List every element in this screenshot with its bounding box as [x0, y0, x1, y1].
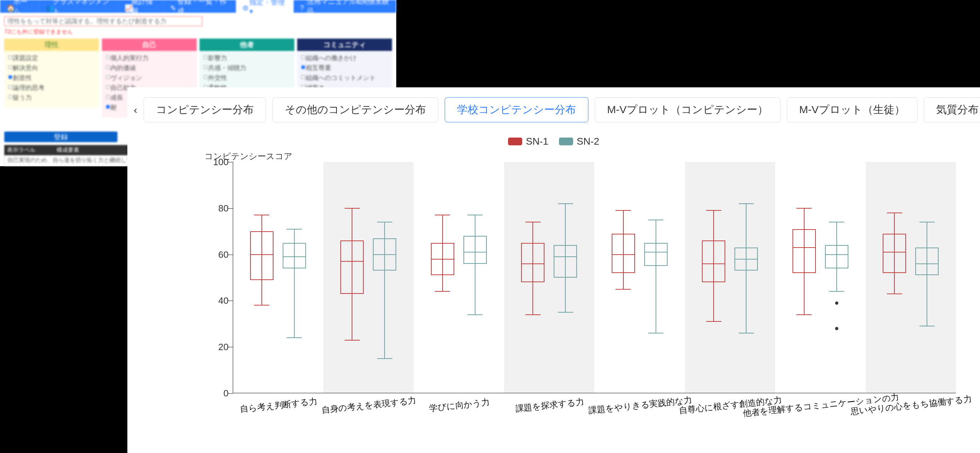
- chart-area: コンピテンシースコア 020406080100自ら考え判断する力自身の考えを表現…: [194, 153, 956, 425]
- tab-mv-plot-competency[interactable]: M-Vプロット（コンピテンシー）: [595, 97, 781, 122]
- nav-register-list[interactable]: ✎ 登録・一覧・作成: [164, 0, 236, 13]
- outlier-point: [835, 301, 838, 305]
- nav-label: 登録・一覧・作成: [177, 0, 229, 16]
- category-item[interactable]: 創造性: [8, 73, 95, 83]
- y-tick-label: 100: [210, 157, 229, 168]
- chart-legend: SN-1 SN-2: [130, 136, 977, 147]
- chart-panel: ‹ コンピテンシー分布 その他のコンピテンシー分布 学校コンピテンシー分布 M-…: [127, 87, 980, 453]
- th-components: 構成要素: [54, 145, 82, 155]
- nav-settings-manage[interactable]: ⚙ 指定・管理 ▾: [236, 0, 294, 13]
- category-col-reason: 理性 課題設定 解決意向 創造性 論理的思考 疑う力: [4, 38, 99, 118]
- y-axis-line: [233, 162, 233, 393]
- category-item[interactable]: 論理的思考: [8, 83, 95, 93]
- legend-swatch-icon: [559, 138, 573, 145]
- y-tick: [228, 393, 233, 394]
- boxplot-s1: [612, 162, 635, 393]
- category-header: 他者: [199, 38, 294, 51]
- boxplot-s1: [431, 162, 454, 393]
- home-icon: 🏠: [6, 4, 11, 9]
- y-tick: [228, 208, 233, 209]
- x-category-label: 自ら考え判断する力: [239, 396, 318, 415]
- outlier-point: [835, 327, 838, 330]
- x-category-label: 課題を探求する力: [515, 396, 584, 415]
- chart-icon: 📈: [124, 4, 129, 9]
- users-icon: 👥: [46, 4, 51, 9]
- gear-icon: ⚙: [242, 4, 247, 9]
- plot-area: 020406080100自ら考え判断する力自身の考えを表現する力学びに向かう力課…: [233, 162, 956, 393]
- category-item[interactable]: 解決意向: [8, 63, 95, 73]
- help-icon: ?: [300, 4, 305, 9]
- category-header: 自己: [102, 38, 197, 51]
- tabs-scroll-left[interactable]: ‹: [134, 105, 137, 115]
- nav-label: ホーム: [13, 0, 33, 16]
- boxplot-s2: [825, 162, 848, 393]
- category-item[interactable]: 影響力: [203, 53, 291, 63]
- plot-band: [685, 162, 775, 393]
- y-tick-label: 0: [210, 388, 229, 399]
- plot-band: [866, 162, 956, 393]
- y-tick: [228, 162, 233, 162]
- label-input[interactable]: [4, 16, 202, 26]
- legend-item-sn2[interactable]: SN-2: [559, 136, 599, 147]
- category-item[interactable]: 組織への働きかけ: [301, 53, 388, 63]
- legend-item-sn1[interactable]: SN-1: [508, 136, 548, 147]
- category-item[interactable]: ヴィジョン: [105, 73, 193, 83]
- tab-label: コンピテンシー分布: [156, 103, 254, 115]
- boxplot-s1: [250, 162, 274, 393]
- register-button[interactable]: 登録: [4, 132, 118, 142]
- y-tick-label: 80: [210, 203, 229, 214]
- nav-label: クラスマネジメント: [53, 0, 111, 16]
- category-item[interactable]: 内的価値: [105, 63, 193, 73]
- y-tick-label: 20: [210, 342, 229, 353]
- category-item[interactable]: 共感・傾聴力: [203, 63, 291, 73]
- category-item[interactable]: 疑う力: [8, 93, 95, 103]
- plot-band: [323, 162, 414, 393]
- tab-label: M-Vプロット（生徒）: [799, 103, 905, 115]
- boxplot-s2: [915, 162, 939, 393]
- category-body: 課題設定 解決意向 創造性 論理的思考 疑う力: [4, 51, 99, 108]
- category-item[interactable]: 外交性: [203, 73, 291, 83]
- nav-class-management[interactable]: 👥 クラスマネジメント: [39, 0, 118, 13]
- tab-school-competency-dist[interactable]: 学校コンピテンシー分布: [445, 97, 589, 122]
- boxplot-s2: [554, 162, 577, 393]
- boxplot-s2: [463, 162, 487, 393]
- plot-band: [504, 162, 595, 393]
- navbar: 🏠 ホーム 👥 クラスマネジメント 📈 統計情報 ✎ 登録・一覧・作成 ⚙ 指定…: [0, 0, 396, 13]
- boxplot-s2: [373, 162, 396, 393]
- category-item[interactable]: 相互尊重: [301, 63, 388, 73]
- boxplot-s1: [340, 162, 364, 393]
- legend-swatch-icon: [508, 138, 522, 145]
- nav-home[interactable]: 🏠 ホーム: [0, 0, 39, 13]
- category-item[interactable]: 組織へのコミットメント: [301, 73, 388, 83]
- boxplot-s1: [792, 162, 816, 393]
- category-item[interactable]: 個人的実行力: [105, 53, 193, 63]
- tab-temperament-dist[interactable]: 気質分布: [924, 97, 980, 122]
- nav-manual[interactable]: ? 活用マニュアル&関係実験品: [294, 0, 396, 13]
- register-hint: 72にも外に登録できません: [0, 28, 396, 38]
- register-button-label: 登録: [54, 132, 68, 142]
- boxplot-s2: [283, 162, 306, 393]
- tabs: ‹ コンピテンシー分布 その他のコンピテンシー分布 学校コンピテンシー分布 M-…: [130, 97, 977, 122]
- th-label: 表示ラベル: [4, 145, 54, 155]
- tab-label: M-Vプロット（コンピテンシー）: [607, 103, 768, 115]
- boxplot-s1: [883, 162, 906, 393]
- boxplot-s2: [644, 162, 668, 393]
- boxplot-s1: [521, 162, 544, 393]
- tab-label: その他のコンピテンシー分布: [285, 103, 426, 115]
- tab-competency-dist[interactable]: コンピテンシー分布: [144, 97, 266, 122]
- category-header: 理性: [4, 38, 99, 51]
- chevron-left-icon: ‹: [134, 104, 137, 116]
- category-item[interactable]: 課題設定: [8, 53, 95, 63]
- pencil-icon: ✎: [170, 4, 175, 9]
- tab-other-competency-dist[interactable]: その他のコンピテンシー分布: [272, 97, 438, 122]
- black-mask: [0, 166, 127, 453]
- tab-label: 気質分布: [936, 103, 978, 115]
- tab-mv-plot-student[interactable]: M-Vプロット（生徒）: [787, 97, 917, 122]
- nav-statistics[interactable]: 📈 統計情報: [118, 0, 164, 13]
- boxplot-s1: [702, 162, 725, 393]
- y-tick: [228, 254, 233, 255]
- legend-label: SN-2: [577, 136, 599, 147]
- black-mask: [396, 0, 980, 87]
- y-tick: [228, 300, 233, 301]
- x-category-label: 学びに向かう力: [428, 396, 490, 414]
